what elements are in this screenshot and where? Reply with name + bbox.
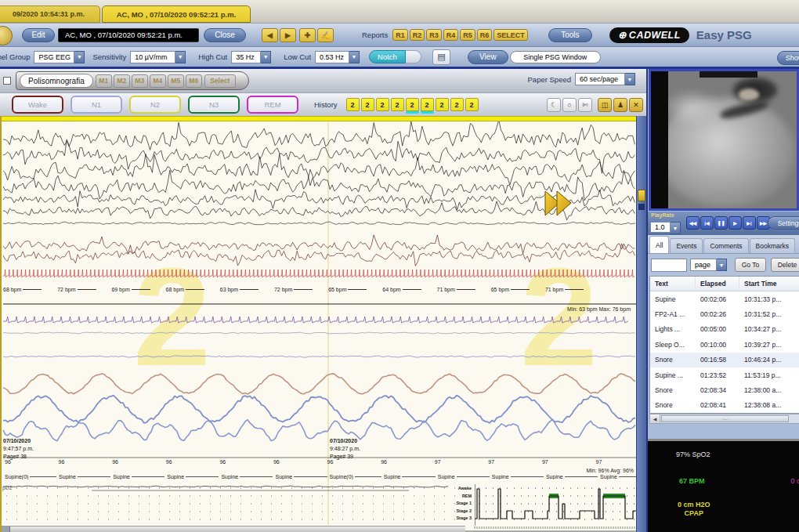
event-tab[interactable]: All bbox=[649, 236, 669, 253]
scrollbar-thumb[interactable]: ⋯ bbox=[661, 415, 789, 422]
table-row[interactable]: Sleep O... 00:10:00 10:39:27 p... bbox=[650, 337, 799, 352]
scroll-left-icon[interactable]: ◀ bbox=[650, 414, 660, 423]
study-tab-previous[interactable]: 09/2020 10:54:31 p.m. bbox=[0, 5, 100, 23]
paper-speed-select[interactable]: 60 sec/page ▼ bbox=[575, 73, 635, 85]
history-epoch-button[interactable]: 2 bbox=[421, 98, 434, 111]
stage-button[interactable]: N3 bbox=[188, 96, 240, 114]
event-tab[interactable]: Events bbox=[670, 238, 703, 253]
chevron-down-icon[interactable]: ▼ bbox=[717, 259, 727, 271]
chart-vertical-scrollbar[interactable] bbox=[636, 116, 646, 532]
annotate-icon[interactable]: ✚ bbox=[299, 28, 316, 42]
rewind-button[interactable]: ◀◀ bbox=[686, 216, 700, 230]
history-epoch-button[interactable]: 2 bbox=[450, 98, 464, 111]
patient-video[interactable] bbox=[649, 69, 799, 211]
report-button[interactable]: R2 bbox=[410, 29, 425, 41]
history-epoch-button[interactable]: 2 bbox=[346, 98, 360, 111]
stage-button[interactable]: N1 bbox=[70, 96, 122, 114]
video-position-cursor-icon[interactable] bbox=[544, 190, 573, 218]
table-row[interactable]: Snore 02:08:34 12:38:00 a... bbox=[650, 382, 799, 397]
report-button[interactable]: R5 bbox=[460, 29, 475, 41]
app-menu-button[interactable] bbox=[0, 26, 13, 45]
goto-button[interactable]: Go To bbox=[735, 258, 766, 272]
event-tab[interactable]: Comments bbox=[703, 238, 748, 253]
scrollbar-thumb[interactable] bbox=[2, 527, 10, 532]
montage-checkbox[interactable] bbox=[3, 77, 11, 85]
pan-icon[interactable]: ✍ bbox=[317, 28, 334, 42]
polysomnogram-chart[interactable]: 2 2 68 bpm72 bpm69 bpm68 bpm63 bpm72 bpm… bbox=[0, 116, 646, 532]
memory-button[interactable]: M3 bbox=[132, 74, 148, 88]
memory-button[interactable]: M6 bbox=[186, 74, 202, 88]
montage-select-button[interactable]: Select bbox=[204, 74, 236, 88]
stage-button[interactable]: Wake bbox=[12, 96, 63, 114]
chevron-down-icon[interactable]: ▼ bbox=[175, 51, 186, 63]
chevron-down-icon[interactable]: ▼ bbox=[74, 51, 85, 63]
column-header-elapsed[interactable]: Elapsed bbox=[696, 277, 739, 291]
column-header-start-time[interactable]: Start Time bbox=[739, 277, 799, 291]
montage-grid-icon[interactable]: ▤ bbox=[432, 49, 450, 65]
table-row[interactable]: Supine ... 01:23:52 11:53:19 p... bbox=[650, 367, 799, 382]
scrollbar-thumb[interactable] bbox=[638, 190, 645, 201]
stage-button[interactable]: N2 bbox=[129, 96, 181, 114]
report-button[interactable]: R6 bbox=[477, 29, 493, 41]
report-button[interactable]: SELECT bbox=[494, 29, 528, 41]
memory-button[interactable]: M4 bbox=[150, 74, 166, 88]
report-button[interactable]: R1 bbox=[392, 29, 408, 41]
history-epoch-button[interactable]: 2 bbox=[465, 98, 479, 111]
history-epoch-button[interactable]: 2 bbox=[436, 98, 449, 111]
study-tab-active[interactable]: AC, MO , 07/10/2020 09:52:21 p.m. bbox=[102, 5, 251, 23]
high-cut-select[interactable]: 35 Hz ▼ bbox=[231, 51, 271, 63]
table-row[interactable]: Supine 00:02:06 10:31:33 p... bbox=[650, 291, 799, 306]
pause-button[interactable]: ❚❚ bbox=[714, 216, 728, 230]
report-button[interactable]: R4 bbox=[443, 29, 459, 41]
event-table-scrollbar[interactable]: ◀ ⋯ bbox=[649, 414, 799, 424]
next-page-icon[interactable]: ▶ bbox=[280, 28, 296, 42]
play-button[interactable]: ▶ bbox=[728, 216, 742, 230]
table-row[interactable]: Snore 00:16:58 10:46:24 p... bbox=[650, 353, 799, 367]
report-button[interactable]: R3 bbox=[426, 29, 442, 41]
video-settings-button[interactable]: Settings bbox=[768, 216, 799, 230]
moon-icon[interactable]: ☾ bbox=[547, 98, 561, 112]
history-epoch-button[interactable]: 2 bbox=[391, 98, 404, 111]
edit-button[interactable]: Edit bbox=[22, 28, 55, 42]
history-epoch-button[interactable]: 2 bbox=[376, 98, 389, 111]
memory-button[interactable]: M5 bbox=[168, 74, 184, 88]
next-epoch-button[interactable]: ▶| bbox=[743, 216, 756, 230]
column-header-text[interactable]: Text bbox=[650, 277, 696, 291]
body-position-label: Supine bbox=[492, 474, 546, 480]
scissors-icon[interactable]: ✄ bbox=[578, 98, 592, 112]
memory-button[interactable]: M2 bbox=[114, 74, 130, 88]
sensitivity-select[interactable]: 10 µV/mm ▼ bbox=[130, 51, 186, 63]
show-button[interactable]: Show bbox=[777, 51, 799, 65]
circle-icon[interactable]: ○ bbox=[562, 98, 577, 112]
view-button[interactable]: View bbox=[468, 50, 508, 64]
stage-button[interactable]: REM bbox=[247, 96, 298, 114]
chart-horizontal-scrollbar[interactable] bbox=[2, 526, 465, 532]
chevron-down-icon[interactable]: ▼ bbox=[261, 51, 271, 63]
montage-name[interactable]: Polisomnografia bbox=[20, 74, 93, 88]
delete-button[interactable]: Delete bbox=[771, 258, 799, 272]
chevron-down-icon[interactable]: ▼ bbox=[671, 222, 681, 234]
delete-tool-icon[interactable]: ✕ bbox=[629, 98, 643, 112]
channel-group-select[interactable]: PSG EEG ▼ bbox=[34, 51, 85, 63]
table-row[interactable]: FP2-A1 ... 00:02:26 10:31:52 p... bbox=[650, 306, 799, 321]
marker-tool-icon[interactable]: ◫ bbox=[598, 98, 612, 112]
event-tab[interactable]: Bookmarks bbox=[750, 238, 796, 253]
tools-button[interactable]: Tools bbox=[548, 28, 592, 42]
history-epoch-button[interactable]: 2 bbox=[361, 98, 374, 111]
playrate-select[interactable]: 1.0 ▼ bbox=[650, 222, 681, 234]
close-button[interactable]: Close bbox=[204, 28, 246, 42]
chevron-down-icon[interactable]: ▼ bbox=[625, 73, 635, 85]
stage-buttons: WakeN1N2N3REM bbox=[12, 96, 298, 114]
history-epoch-button[interactable]: 2 bbox=[406, 98, 419, 111]
table-row[interactable]: Snore 02:08:41 12:38:08 a... bbox=[650, 398, 799, 413]
previous-page-icon[interactable]: ◀ bbox=[262, 28, 278, 42]
chevron-down-icon[interactable]: ▼ bbox=[349, 51, 360, 63]
notch-button[interactable]: Notch bbox=[369, 50, 406, 63]
previous-epoch-button[interactable]: |◀ bbox=[700, 216, 714, 230]
patient-tool-icon[interactable]: ♟ bbox=[613, 98, 627, 112]
low-cut-select[interactable]: 0.53 Hz ▼ bbox=[315, 51, 360, 63]
table-row[interactable]: Lights ... 00:05:00 10:34:27 p... bbox=[650, 322, 799, 337]
memory-button[interactable]: M1 bbox=[96, 74, 112, 88]
goto-unit-select[interactable]: page ▼ bbox=[690, 259, 727, 271]
goto-input[interactable] bbox=[651, 259, 687, 272]
